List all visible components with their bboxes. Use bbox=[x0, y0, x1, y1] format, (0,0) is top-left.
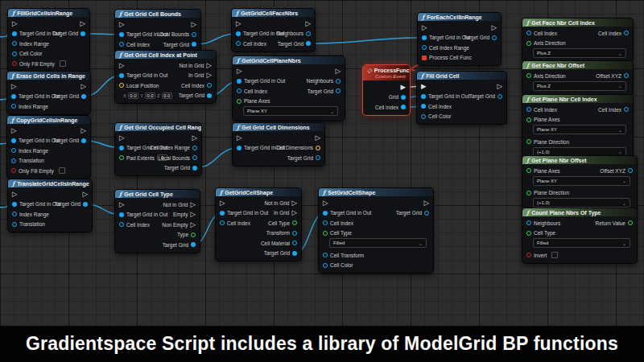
cell-type-select[interactable]: Filled⌄ bbox=[329, 238, 427, 248]
exec-out-pin[interactable]: ▷ bbox=[423, 200, 429, 206]
target-grid-pin[interactable] bbox=[492, 35, 497, 40]
empty-pin[interactable]: ▷ bbox=[190, 212, 196, 217]
in-grid-pin[interactable]: ▷ bbox=[291, 210, 297, 216]
node-bounds[interactable]: ƒGet Grid Cell Bounds▷▷Target Grid in Ou… bbox=[114, 9, 201, 53]
pad-extents-pin[interactable] bbox=[119, 155, 124, 160]
plane-axes-pin[interactable] bbox=[237, 99, 242, 104]
graph-canvas[interactable]: ƒFillGridCellsInRange▷▷Target Grid in Ou… bbox=[0, 0, 644, 362]
axis-direction-pin[interactable] bbox=[526, 73, 531, 78]
exec-out-pin[interactable]: ▷ bbox=[192, 135, 197, 141]
exec-in-pin[interactable]: ▷ bbox=[119, 135, 125, 141]
offset-xyz-pin[interactable] bbox=[628, 168, 633, 173]
only-fill-empty-pin[interactable] bbox=[12, 61, 17, 66]
cell-type-pin[interactable] bbox=[323, 231, 328, 236]
node-process-func[interactable]: ◇ProcessFuncCustom Event▶GridCell Index bbox=[362, 64, 411, 116]
cell-type-pin[interactable] bbox=[526, 231, 531, 236]
transform-pin[interactable] bbox=[292, 231, 297, 236]
not-in-grid-pin[interactable]: ▷ bbox=[190, 202, 196, 208]
target-grid-in-out-pin[interactable] bbox=[422, 35, 427, 40]
cell-index-range-pin[interactable] bbox=[422, 45, 427, 50]
exec-in-pin[interactable]: ▷ bbox=[237, 135, 242, 141]
plane-direction-pin[interactable] bbox=[526, 139, 531, 144]
node-foreach[interactable]: ƒForEachCellInRange▷▷Target Grid in OutT… bbox=[417, 12, 502, 66]
cell-index-pin[interactable] bbox=[119, 222, 124, 227]
exec-out-pin[interactable]: ▷ bbox=[82, 191, 88, 197]
target-grid-in-out-pin[interactable] bbox=[11, 138, 16, 143]
target-grid-in-out-pin[interactable] bbox=[11, 94, 16, 99]
exec-out-pin[interactable]: ▷ bbox=[315, 135, 320, 141]
translation-pin[interactable] bbox=[11, 158, 16, 163]
exec-in-pin[interactable]: ▶ bbox=[421, 84, 427, 89]
cell-index-pin[interactable] bbox=[624, 31, 629, 35]
node-count-nbrs[interactable]: ƒCount Plane Nbrs Of TypeNeighboursRetur… bbox=[522, 208, 638, 264]
exec-in-pin[interactable]: ▷ bbox=[119, 22, 125, 27]
target-grid-in-out-pin[interactable] bbox=[119, 146, 124, 150]
exec-out-pin[interactable]: ▷ bbox=[80, 21, 85, 27]
node-get-shape[interactable]: ƒGetGridCellShape▷Not in Grid▷Target Gri… bbox=[215, 187, 302, 261]
cell-type-select[interactable]: Filled⌄ bbox=[533, 238, 630, 248]
exec-out-pin[interactable]: ▷ bbox=[497, 84, 502, 89]
target-grid-in-out-pin[interactable] bbox=[237, 146, 242, 150]
node-translate[interactable]: ƒTranslateGridCellsInRange▷▷Target Grid … bbox=[7, 179, 93, 232]
plane-direction-select[interactable]: (+1,0)⌄ bbox=[533, 198, 630, 208]
target-grid-pin[interactable] bbox=[80, 31, 85, 36]
plane-axes-select[interactable]: Plane XY⌄ bbox=[533, 125, 626, 134]
exec-out-pin[interactable]: ▷ bbox=[191, 22, 196, 27]
local-position-y-field[interactable]: 0.0 bbox=[145, 93, 155, 99]
target-grid-in-out-pin[interactable] bbox=[119, 73, 124, 78]
exec-out-pin[interactable]: ▷ bbox=[80, 84, 86, 89]
exec-out-pin[interactable]: ▶ bbox=[400, 84, 406, 90]
exec-in-pin[interactable]: ▷ bbox=[12, 21, 18, 27]
target-grid-pin[interactable] bbox=[292, 251, 297, 256]
node-set-shape[interactable]: ƒSetGridCellShape▷▷Target Grid in OutTar… bbox=[318, 187, 434, 274]
neighbours-pin[interactable] bbox=[336, 79, 341, 84]
cell-index-pin[interactable] bbox=[421, 104, 426, 109]
cell-type-pin[interactable] bbox=[292, 220, 297, 225]
exec-in-pin[interactable]: ▷ bbox=[119, 63, 125, 68]
target-grid-pin[interactable] bbox=[81, 138, 86, 143]
node-plane-nbrs[interactable]: ƒGetGridCellPlaneNbrs▷▷Target Grid in Ou… bbox=[232, 56, 345, 121]
exec-in-pin[interactable]: ▷ bbox=[11, 84, 17, 89]
target-grid-pin[interactable] bbox=[192, 166, 197, 171]
plane-axes-pin[interactable] bbox=[526, 117, 531, 122]
cell-index-pin[interactable] bbox=[323, 220, 328, 225]
node-plane-nbr-index[interactable]: ƒGet Plane Nbr Cell IndexCell IndexCell … bbox=[522, 94, 634, 162]
grid-pin[interactable] bbox=[401, 95, 406, 100]
axis-direction-pin[interactable] bbox=[526, 41, 531, 46]
offset-xyz-pin[interactable] bbox=[624, 73, 629, 78]
local-position-x-field[interactable]: 0.0 bbox=[128, 93, 138, 99]
target-grid-pin[interactable] bbox=[306, 41, 311, 46]
index-range-pin[interactable] bbox=[12, 212, 17, 216]
exec-in-pin[interactable]: ▷ bbox=[236, 21, 242, 27]
exec-out-pin[interactable]: ▷ bbox=[335, 68, 341, 74]
cell-color-pin[interactable] bbox=[323, 263, 328, 268]
node-dimensions[interactable]: ƒGet Grid Cell Dimensions▷▷Target Grid i… bbox=[232, 122, 325, 167]
target-grid-pin[interactable] bbox=[207, 93, 212, 98]
process-cell-func-pin[interactable] bbox=[422, 56, 427, 60]
exec-in-pin[interactable]: ▷ bbox=[220, 200, 225, 206]
target-grid-pin[interactable] bbox=[81, 94, 86, 99]
target-grid-in-out-pin[interactable] bbox=[119, 32, 124, 37]
only-fill-empty-checkbox[interactable] bbox=[60, 60, 66, 67]
exec-out-pin[interactable]: ▷ bbox=[80, 128, 86, 134]
plane-axes-pin[interactable] bbox=[526, 168, 531, 173]
exec-in-pin[interactable]: ▷ bbox=[323, 200, 328, 206]
exec-in-pin[interactable]: ▷ bbox=[119, 202, 125, 208]
exec-out-pin[interactable]: ▷ bbox=[491, 25, 497, 31]
only-fill-empty-pin[interactable] bbox=[11, 168, 16, 173]
target-grid-in-out-pin[interactable] bbox=[323, 211, 328, 216]
exec-in-pin[interactable]: ▷ bbox=[237, 68, 242, 74]
cell-index-pin[interactable] bbox=[526, 107, 531, 112]
exec-in-pin[interactable]: ▷ bbox=[12, 191, 18, 197]
cell-material-pin[interactable] bbox=[292, 241, 297, 245]
target-grid-pin[interactable] bbox=[192, 42, 196, 47]
not-in-grid-pin[interactable]: ▷ bbox=[291, 200, 297, 206]
target-grid-in-out-pin[interactable] bbox=[421, 94, 426, 99]
target-grid-in-out-pin[interactable] bbox=[236, 31, 241, 36]
non-empty-pin[interactable]: ▷ bbox=[190, 222, 196, 228]
plane-direction-pin[interactable] bbox=[526, 191, 531, 195]
plane-axes-select[interactable]: Plane XY⌄ bbox=[243, 106, 338, 116]
axis-direction-select[interactable]: Plus Z⌄ bbox=[533, 81, 626, 91]
cell-index-pin[interactable] bbox=[624, 107, 629, 112]
invert-pin[interactable] bbox=[526, 253, 531, 257]
